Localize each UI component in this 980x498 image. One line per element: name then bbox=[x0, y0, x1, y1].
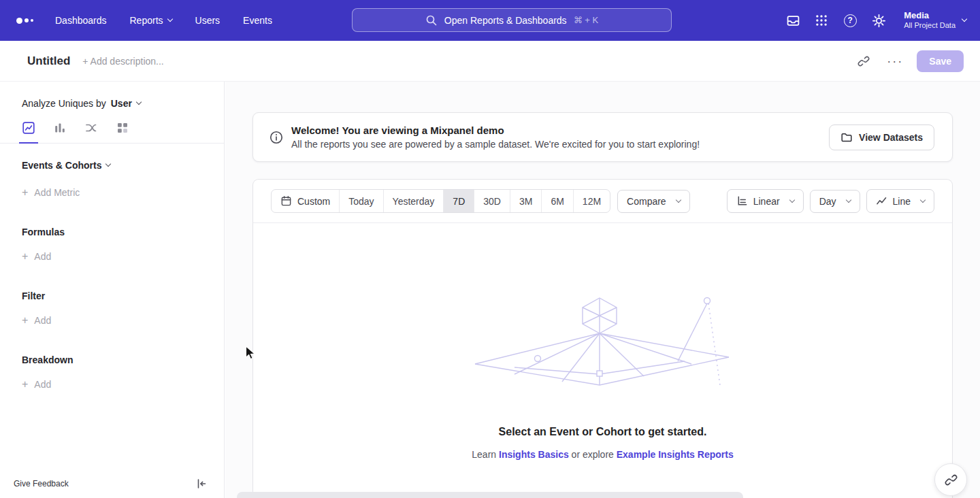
filter-section: Filter bbox=[0, 290, 224, 301]
plus-icon: + bbox=[22, 316, 28, 325]
project-switcher[interactable]: Media All Project Data bbox=[904, 10, 966, 31]
insights-basics-link[interactable]: Insights Basics bbox=[499, 449, 569, 460]
chevron-down-icon bbox=[845, 197, 851, 203]
copy-link-icon[interactable] bbox=[854, 52, 873, 71]
add-breakdown-button[interactable]: + Add bbox=[0, 379, 224, 390]
analyze-row: Analyze Uniques by User bbox=[0, 82, 224, 109]
tab-funnels[interactable] bbox=[53, 121, 67, 143]
tab-flows[interactable] bbox=[84, 121, 98, 143]
nav-dashboards[interactable]: Dashboards bbox=[55, 15, 107, 26]
report-actions: ··· Save bbox=[854, 50, 964, 72]
empty-chart-state: Select an Event or Cohort to get started… bbox=[253, 223, 952, 498]
mixpanel-logo[interactable] bbox=[16, 18, 33, 24]
tab-retention[interactable] bbox=[116, 121, 129, 143]
search-icon bbox=[425, 14, 438, 27]
analyze-label: Analyze Uniques by bbox=[22, 98, 106, 109]
nav-users[interactable]: Users bbox=[195, 15, 220, 26]
plus-icon: + bbox=[22, 380, 28, 389]
project-subtitle: All Project Data bbox=[904, 21, 956, 31]
report-card: Custom Today Yesterday 7D 30D 3M 6M 12M … bbox=[252, 179, 953, 498]
tab-insights[interactable] bbox=[22, 121, 35, 143]
compare-dropdown[interactable]: Compare bbox=[617, 190, 690, 213]
date-range-6m[interactable]: 6M bbox=[541, 190, 572, 212]
report-header: Untitled + Add description... ··· Save bbox=[0, 41, 980, 82]
chevron-down-icon bbox=[136, 99, 142, 105]
folder-icon bbox=[840, 131, 853, 144]
search-placeholder: Open Reports & Dashboards bbox=[444, 15, 567, 26]
scale-dropdown[interactable]: Linear bbox=[727, 189, 804, 213]
query-builder-sidebar: Analyze Uniques by User Events & Cohorts… bbox=[0, 82, 225, 498]
banner-title: Welcome! You are viewing a Mixpanel demo bbox=[291, 124, 700, 136]
granularity-dropdown[interactable]: Day bbox=[810, 190, 860, 213]
collapse-sidebar-icon[interactable] bbox=[195, 478, 208, 490]
project-name: Media bbox=[904, 10, 956, 21]
date-range-segmented-control: Custom Today Yesterday 7D 30D 3M 6M 12M bbox=[271, 189, 610, 213]
share-link-fab[interactable] bbox=[934, 463, 967, 496]
date-range-yesterday[interactable]: Yesterday bbox=[383, 190, 444, 212]
breakdown-section: Breakdown bbox=[0, 354, 224, 365]
formulas-section: Formulas bbox=[0, 227, 224, 237]
link-icon bbox=[945, 474, 958, 486]
help-icon[interactable]: ? bbox=[843, 13, 858, 28]
add-metric-button[interactable]: + Add Metric bbox=[0, 187, 224, 198]
chart-controls: Custom Today Yesterday 7D 30D 3M 6M 12M … bbox=[253, 180, 952, 223]
banner-text: Welcome! You are viewing a Mixpanel demo… bbox=[291, 124, 700, 150]
add-description[interactable]: + Add description... bbox=[82, 56, 163, 67]
date-range-30d[interactable]: 30D bbox=[474, 190, 510, 212]
top-nav: Dashboards Reports Users Events Open Rep… bbox=[0, 0, 980, 41]
add-formula-button[interactable]: + Add bbox=[0, 251, 224, 262]
inbox-icon[interactable] bbox=[785, 13, 800, 28]
chart-display-controls: Linear Day Line bbox=[727, 189, 934, 213]
report-type-tabs bbox=[0, 109, 224, 144]
report-main: Welcome! You are viewing a Mixpanel demo… bbox=[225, 82, 980, 498]
settings-gear-icon[interactable] bbox=[871, 13, 886, 28]
demo-banner: Welcome! You are viewing a Mixpanel demo… bbox=[252, 112, 953, 162]
top-nav-right: ? Media All Project Data bbox=[785, 0, 966, 41]
date-range-7d[interactable]: 7D bbox=[443, 190, 474, 212]
search-shortcut: ⌘ + K bbox=[574, 15, 599, 25]
chevron-down-icon bbox=[962, 16, 967, 22]
sidebar-footer: Give Feedback bbox=[0, 468, 224, 498]
chevron-down-icon bbox=[167, 16, 172, 22]
date-range-3m[interactable]: 3M bbox=[510, 190, 541, 212]
chevron-down-icon bbox=[920, 197, 926, 203]
view-datasets-button[interactable]: View Datasets bbox=[829, 124, 934, 150]
empty-state-title: Select an Event or Cohort to get started… bbox=[499, 426, 707, 438]
chevron-down-icon bbox=[789, 197, 794, 203]
events-cohorts-section[interactable]: Events & Cohorts bbox=[0, 160, 224, 171]
date-range-today[interactable]: Today bbox=[339, 190, 382, 212]
analyze-entity-dropdown[interactable]: User bbox=[111, 98, 141, 109]
apps-grid-icon[interactable] bbox=[814, 13, 829, 28]
empty-state-subtitle: Learn Insights Basics or explore Example… bbox=[472, 449, 733, 460]
linear-scale-icon bbox=[736, 195, 748, 207]
nav-events[interactable]: Events bbox=[243, 15, 272, 26]
flows-icon bbox=[84, 121, 98, 135]
insights-chart-icon bbox=[22, 121, 35, 135]
chevron-down-icon bbox=[675, 197, 681, 203]
calendar-icon bbox=[280, 195, 292, 207]
retention-grid-icon bbox=[116, 121, 129, 135]
nav-reports[interactable]: Reports bbox=[130, 15, 172, 26]
date-range-12m[interactable]: 12M bbox=[573, 190, 610, 212]
line-chart-icon bbox=[876, 195, 887, 207]
chart-type-dropdown[interactable]: Line bbox=[866, 189, 934, 213]
primary-nav: Dashboards Reports Users Events bbox=[55, 15, 272, 26]
global-search[interactable]: Open Reports & Dashboards ⌘ + K bbox=[352, 8, 672, 32]
plus-icon: + bbox=[22, 188, 28, 197]
banner-body: All the reports you see are powered by a… bbox=[291, 139, 700, 150]
info-icon bbox=[270, 131, 283, 144]
give-feedback-link[interactable]: Give Feedback bbox=[14, 479, 69, 488]
date-range-custom[interactable]: Custom bbox=[272, 190, 339, 212]
chevron-down-icon bbox=[105, 161, 111, 167]
funnels-bars-icon bbox=[53, 121, 67, 135]
bottom-panel-edge[interactable] bbox=[237, 492, 743, 498]
save-button[interactable]: Save bbox=[917, 50, 964, 72]
plus-icon: + bbox=[22, 252, 28, 261]
more-menu-icon[interactable]: ··· bbox=[885, 52, 904, 71]
empty-state-illustration bbox=[474, 291, 732, 393]
add-filter-button[interactable]: + Add bbox=[0, 315, 224, 326]
example-reports-link[interactable]: Example Insights Reports bbox=[617, 449, 734, 460]
report-title[interactable]: Untitled bbox=[27, 54, 70, 68]
